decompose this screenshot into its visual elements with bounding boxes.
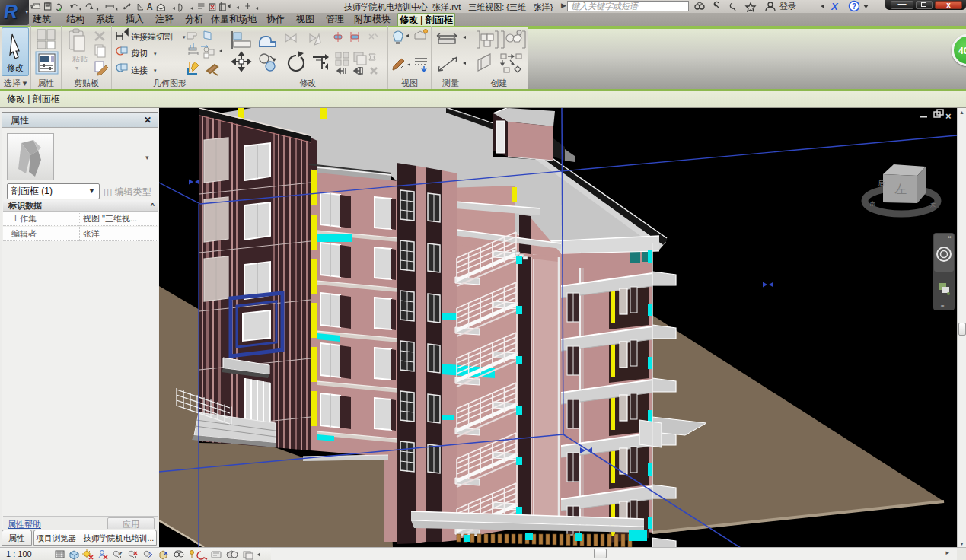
svg-text:粘贴: 粘贴 [72,55,88,63]
svg-text:?: ? [852,2,856,11]
svg-text:▾: ▾ [154,51,157,56]
svg-text:✓: ✓ [119,551,123,555]
svg-text:登录: 登录 [779,2,796,11]
svg-text:东: 东 [930,202,936,208]
svg-text:▾: ▾ [75,65,78,72]
svg-text:×: × [945,110,952,122]
svg-text:▾: ▾ [154,68,157,73]
svg-text:×: × [948,234,952,240]
svg-text:后: 后 [878,180,885,187]
svg-text:左: 左 [894,183,907,196]
svg-text:X: X [831,1,839,12]
svg-text:连接端切割: 连接端切割 [131,32,173,41]
svg-text:南: 南 [870,201,875,206]
svg-text:▾: ▾ [183,34,186,40]
svg-text:剪切: 剪切 [131,49,148,58]
svg-text:修改: 修改 [7,63,24,72]
svg-text:连接: 连接 [131,65,148,75]
svg-text:≡: ≡ [941,302,945,309]
svg-text:A: A [147,1,153,12]
